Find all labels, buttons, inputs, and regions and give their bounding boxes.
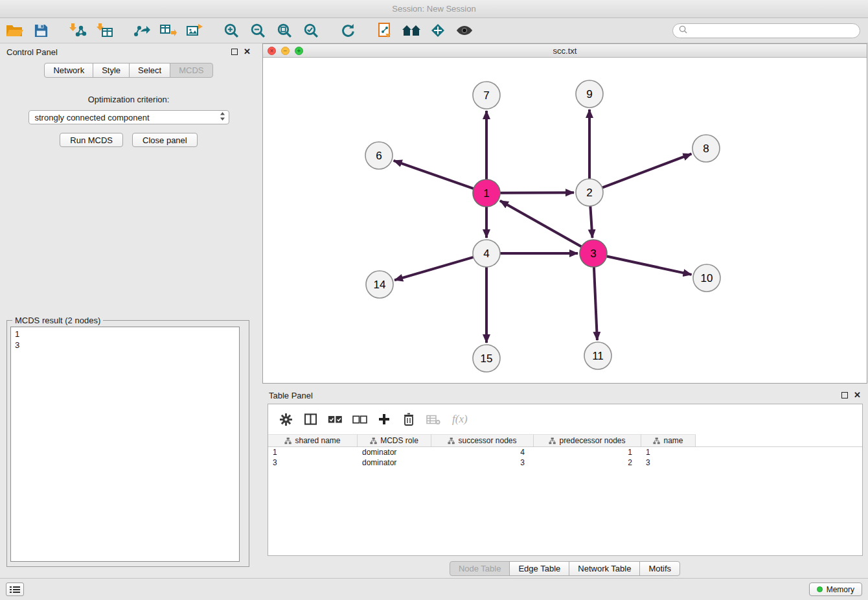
zoom-selected-icon[interactable] — [301, 21, 321, 40]
status-bar: Memory — [0, 578, 868, 600]
deselect-all-rows-icon[interactable] — [350, 410, 369, 429]
import-table-icon[interactable] — [95, 21, 114, 40]
svg-text:8: 8 — [703, 143, 709, 155]
create-column-icon[interactable] — [374, 410, 394, 429]
table-cell[interactable]: 1 — [268, 447, 358, 457]
zoom-window-button[interactable]: + — [295, 47, 303, 55]
float-panel-icon[interactable] — [231, 49, 238, 55]
svg-text:7: 7 — [483, 89, 489, 102]
graph-node-9[interactable]: 9 — [576, 80, 603, 108]
select-all-rows-icon[interactable] — [325, 410, 345, 429]
close-control-panel-icon[interactable]: ✕ — [244, 49, 251, 55]
zoom-out-icon[interactable] — [248, 21, 268, 40]
column-header-name[interactable]: name — [641, 434, 696, 446]
minimize-window-button[interactable]: − — [281, 47, 290, 55]
table-content-box: f(x) shared nameMCDS rolesuccessor nodes… — [268, 404, 863, 556]
table-cell[interactable]: 2 — [534, 457, 641, 468]
titlebar: Session: New Session — [0, 0, 868, 18]
table-cell[interactable]: dominator — [358, 457, 431, 468]
refresh-group — [338, 21, 358, 40]
tab-motifs[interactable]: Motifs — [639, 561, 680, 576]
table-panel-header: Table Panel ✕ — [262, 387, 867, 404]
sort-icon — [448, 437, 455, 444]
tab-network-table[interactable]: Network Table — [569, 561, 640, 576]
graph-node-10[interactable]: 10 — [693, 264, 720, 292]
table-cell[interactable]: dominator — [358, 447, 431, 457]
zoom-in-icon[interactable] — [222, 21, 241, 40]
criterion-dropdown[interactable]: strongly connected component — [29, 110, 229, 124]
graph-node-2[interactable]: 2 — [576, 179, 603, 206]
run-mcds-button[interactable]: Run MCDS — [60, 133, 123, 147]
save-session-icon[interactable] — [31, 21, 51, 40]
float-table-panel-icon[interactable] — [841, 392, 848, 398]
table-cell[interactable]: 3 — [268, 457, 358, 468]
export-network-icon[interactable] — [131, 21, 151, 40]
tab-network[interactable]: Network — [44, 63, 93, 78]
delete-column-icon[interactable] — [399, 410, 418, 429]
tab-edge-table[interactable]: Edge Table — [509, 561, 569, 576]
graph-edge-2-3[interactable] — [590, 206, 592, 238]
graph-node-1[interactable]: 1 — [473, 179, 500, 207]
search-box[interactable] — [672, 23, 860, 38]
table-cell[interactable]: 3 — [431, 457, 534, 468]
graph-node-8[interactable]: 8 — [692, 135, 720, 162]
column-header-MCDS-role[interactable]: MCDS role — [358, 434, 431, 446]
memory-button[interactable]: Memory — [809, 583, 862, 596]
mcds-result-title: MCDS result (2 nodes) — [12, 316, 103, 325]
tab-node-table[interactable]: Node Table — [450, 561, 510, 576]
search-input[interactable] — [691, 26, 854, 35]
table-cell[interactable]: 1 — [641, 447, 696, 457]
tab-select[interactable]: Select — [129, 63, 170, 78]
graph-edge-3-11[interactable] — [594, 267, 597, 340]
graph-node-3[interactable]: 3 — [580, 240, 607, 267]
close-panel-button[interactable]: Close panel — [132, 133, 198, 147]
export-image-icon[interactable] — [185, 21, 204, 40]
column-header-shared-name[interactable]: shared name — [268, 434, 358, 446]
export-table-icon[interactable] — [158, 21, 177, 40]
column-header-predecessor-nodes[interactable]: predecessor nodes — [534, 434, 641, 446]
open-session-icon[interactable] — [5, 21, 24, 40]
table-mode-gear-icon[interactable] — [276, 410, 295, 429]
memory-status-icon — [817, 586, 823, 592]
table-panel-title: Table Panel — [269, 391, 313, 400]
table-row[interactable]: 3dominator323 — [268, 457, 862, 468]
graphics-details-eye-icon[interactable] — [455, 21, 474, 40]
graph-edge-3-1[interactable] — [500, 201, 582, 247]
graph-node-15[interactable]: 15 — [473, 345, 500, 372]
column-header-successor-nodes[interactable]: successor nodes — [431, 434, 534, 446]
table-body: 1dominator4113dominator323 — [268, 447, 862, 468]
task-history-button[interactable] — [6, 583, 24, 596]
zoom-group — [222, 21, 321, 40]
nested-networks-icon[interactable] — [402, 21, 421, 40]
import-network-icon[interactable] — [68, 21, 87, 40]
mcds-result-list[interactable]: 1 3 — [10, 327, 240, 562]
graph-node-7[interactable]: 7 — [473, 82, 500, 109]
zoom-fit-icon[interactable] — [275, 21, 294, 40]
show-columns-icon[interactable] — [301, 410, 320, 429]
tab-style[interactable]: Style — [93, 63, 130, 78]
apply-layout-icon[interactable] — [375, 21, 394, 40]
graph-node-14[interactable]: 14 — [366, 271, 393, 298]
network-graph[interactable]: 7968124314101511 — [263, 58, 867, 383]
graph-edge-3-10[interactable] — [607, 256, 692, 274]
table-cell[interactable]: 1 — [534, 447, 641, 457]
view-group — [375, 21, 474, 40]
graph-edge-1-2[interactable] — [500, 192, 574, 193]
graph-edge-1-6[interactable] — [394, 161, 474, 189]
graph-node-4[interactable]: 4 — [473, 240, 500, 267]
table-row[interactable]: 1dominator411 — [268, 447, 862, 457]
network-view-window: scc.txt × − + 7968124314101511 — [262, 43, 867, 384]
graph-edge-2-8[interactable] — [602, 154, 692, 187]
table-cell[interactable]: 4 — [431, 447, 534, 457]
graph-node-6[interactable]: 6 — [365, 142, 393, 169]
svg-text:15: 15 — [481, 352, 493, 365]
close-window-button[interactable]: × — [268, 47, 276, 55]
hide-selected-icon[interactable] — [428, 21, 448, 40]
graph-node-11[interactable]: 11 — [584, 342, 611, 369]
refresh-icon[interactable] — [338, 21, 358, 40]
table-cell[interactable]: 3 — [641, 457, 696, 468]
tab-mcds[interactable]: MCDS — [170, 63, 212, 78]
close-table-panel-icon[interactable]: ✕ — [854, 392, 861, 398]
sort-icon — [653, 437, 660, 444]
graph-edge-4-14[interactable] — [394, 257, 474, 280]
